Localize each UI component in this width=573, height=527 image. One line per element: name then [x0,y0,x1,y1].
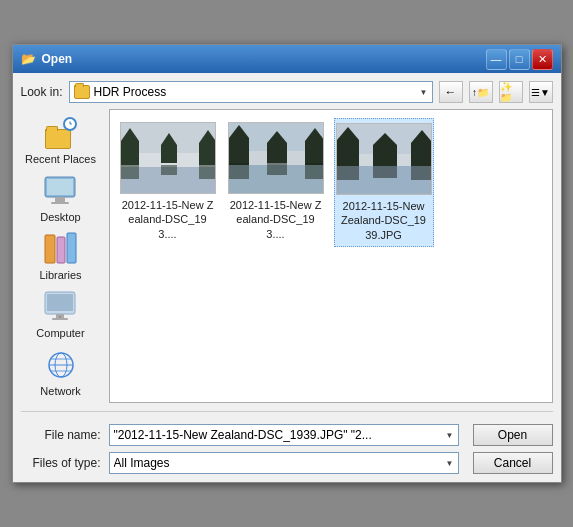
look-in-toolbar: Look in: HDR Process ▼ ← ↑📁 ✨📁 ☰▼ [21,81,553,103]
dialog-body: Look in: HDR Process ▼ ← ↑📁 ✨📁 ☰▼ [13,73,561,482]
sidebar-item-recent-places[interactable]: Recent Places [23,113,99,167]
svg-rect-50 [373,145,397,166]
file-item[interactable]: 2012-11-15-New Zealand-DSC_193.... [226,118,326,247]
back-icon: ← [445,85,457,99]
sidebar: Recent Places Desktop [21,109,101,403]
file-item[interactable]: 2012-11-15-New Zealand-DSC_1939.JPG [334,118,434,247]
libraries-icon [43,231,79,267]
files-of-type-label: Files of type: [21,456,101,470]
sidebar-item-desktop[interactable]: Desktop [23,171,99,225]
back-button[interactable]: ← [439,81,463,103]
file-item[interactable]: 2012-11-15-New Zealand-DSC_193.... [118,118,218,247]
file-name-row: File name: "2012-11-15-New Zealand-DSC_1… [21,424,553,446]
combo-arrow-icon: ▼ [420,88,428,97]
file-thumbnail-1 [120,122,216,194]
svg-rect-42 [267,163,287,175]
file-name-value: "2012-11-15-New Zealand-DSC_1939.JPG" "2… [114,428,442,442]
svg-rect-5 [51,202,69,204]
file-area: 2012-11-15-New Zealand-DSC_193.... [109,109,553,403]
look-in-combo[interactable]: HDR Process ▼ [69,81,433,103]
up-icon: ↑📁 [472,87,489,98]
bottom-area: File name: "2012-11-15-New Zealand-DSC_1… [21,424,553,474]
sidebar-item-computer[interactable]: Computer [23,287,99,341]
cancel-button[interactable]: Cancel [473,452,553,474]
look-in-label: Look in: [21,85,63,99]
sidebar-item-network-label: Network [40,385,80,397]
file-name-3: 2012-11-15-New Zealand-DSC_1939.JPG [339,199,429,242]
open-dialog: 📂 Open — □ ✕ Look in: HDR Process ▼ ← ↑📁 [12,44,562,483]
svg-rect-54 [373,166,397,178]
svg-rect-30 [161,165,177,175]
main-area: Recent Places Desktop [21,109,553,403]
file-thumbnail-3 [336,123,432,195]
up-folder-button[interactable]: ↑📁 [469,81,493,103]
svg-rect-8 [67,233,76,263]
dialog-title-icon: 📂 [21,52,36,66]
title-bar: 📂 Open — □ ✕ [13,45,561,73]
svg-rect-40 [229,163,249,179]
sidebar-item-network[interactable]: Network [23,345,99,399]
cancel-col: Cancel [473,452,553,474]
svg-rect-22 [121,141,139,165]
computer-icon [43,289,79,325]
svg-point-13 [59,316,61,318]
files-of-type-row: Files of type: All Images ▼ Cancel [21,452,553,474]
svg-rect-4 [55,197,65,202]
view-icon: ☰▼ [531,87,550,98]
files-of-type-value: All Images [114,456,442,470]
svg-rect-26 [161,145,177,163]
divider [21,411,553,412]
svg-rect-3 [47,179,73,195]
svg-rect-38 [267,143,287,163]
view-button[interactable]: ☰▼ [529,81,553,103]
dialog-title-text: Open [42,52,73,66]
svg-rect-29 [199,165,216,179]
svg-rect-36 [305,141,324,165]
sidebar-item-desktop-label: Desktop [40,211,80,223]
svg-rect-10 [47,294,73,311]
svg-rect-52 [337,166,359,180]
sidebar-item-recent-places-label: Recent Places [25,153,96,165]
sidebar-item-libraries[interactable]: Libraries [23,229,99,283]
minimize-button[interactable]: — [486,49,507,70]
files-of-type-combo-arrow: ▼ [446,459,454,468]
files-of-type-combo[interactable]: All Images ▼ [109,452,459,474]
svg-rect-12 [52,318,68,320]
sidebar-item-computer-label: Computer [36,327,84,339]
create-folder-button[interactable]: ✨📁 [499,81,523,103]
recent-places-icon [43,115,79,151]
open-button[interactable]: Open [473,424,553,446]
file-name-1: 2012-11-15-New Zealand-DSC_193.... [122,198,214,241]
file-name-2: 2012-11-15-New Zealand-DSC_193.... [230,198,322,241]
svg-rect-28 [121,165,139,179]
file-name-combo-arrow: ▼ [446,431,454,440]
svg-rect-7 [57,237,65,263]
network-icon [43,347,79,383]
file-name-combo[interactable]: "2012-11-15-New Zealand-DSC_1939.JPG" "2… [109,424,459,446]
svg-rect-53 [411,166,432,180]
desktop-icon [43,173,79,209]
title-bar-title: 📂 Open [21,52,73,66]
svg-rect-41 [305,163,324,179]
create-folder-icon: ✨📁 [500,81,522,103]
title-bar-controls: — □ ✕ [486,49,553,70]
svg-rect-34 [229,138,249,165]
maximize-button[interactable]: □ [509,49,530,70]
svg-rect-48 [411,143,432,166]
buttons-col: Open [473,424,553,446]
folder-icon [74,85,90,99]
look-in-path: HDR Process [94,85,416,99]
close-button[interactable]: ✕ [532,49,553,70]
svg-rect-24 [199,143,216,165]
file-thumbnail-2 [228,122,324,194]
file-name-label: File name: [21,428,101,442]
sidebar-item-libraries-label: Libraries [39,269,81,281]
svg-rect-46 [337,140,359,166]
svg-rect-6 [45,235,55,263]
